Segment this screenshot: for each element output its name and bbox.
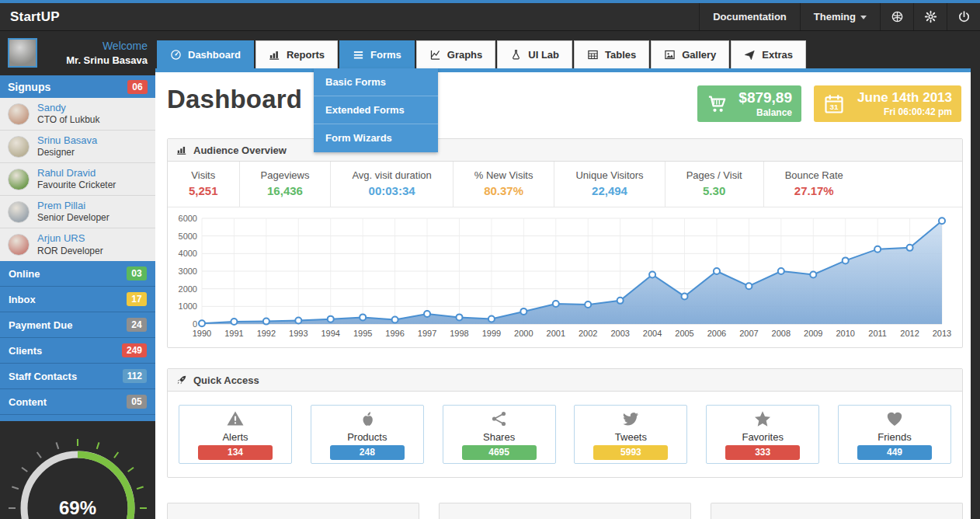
user-name: Sandy <box>37 102 99 114</box>
tab-tables[interactable]: Tables <box>574 40 649 68</box>
quick-access-tile-tweets[interactable]: Tweets 5993 <box>574 405 687 464</box>
share-icon <box>490 409 509 429</box>
svg-text:3000: 3000 <box>179 266 197 276</box>
tile-badge: 248 <box>330 445 405 460</box>
tile-badge: 134 <box>198 445 273 460</box>
tab-gallery[interactable]: Gallery <box>651 40 729 68</box>
quick-access-tile-alerts[interactable]: Alerts 134 <box>179 405 292 464</box>
menu-item-badge: 05 <box>127 395 147 409</box>
user-role: CTO of Lukbuk <box>37 114 99 126</box>
svg-text:2009: 2009 <box>804 329 822 338</box>
tab-reports[interactable]: Reports <box>255 40 338 68</box>
rocket-icon <box>176 374 187 385</box>
sidebar-item-staff-contacts[interactable]: Staff Contacts 112 <box>0 364 155 389</box>
svg-text:2000: 2000 <box>514 329 533 338</box>
avatar[interactable] <box>8 38 37 68</box>
list-item-user[interactable]: Sandy CTO of Lukbuk <box>0 98 155 131</box>
svg-text:0: 0 <box>193 319 197 329</box>
svg-text:1991: 1991 <box>224 329 243 338</box>
sidebar-item-online[interactable]: Online 03 <box>0 261 155 287</box>
power-icon <box>957 10 971 23</box>
audience-chart: 0100020003000400050006000199019911992199… <box>168 207 962 347</box>
audience-overview-panel: Audience Overview Visits 5,251 Pageviews… <box>167 138 963 348</box>
balance-widget[interactable]: $879,89 Balance <box>697 85 801 122</box>
svg-text:2004: 2004 <box>643 329 662 338</box>
tile-badge: 4695 <box>462 445 537 460</box>
date-line: June 14th 2013 <box>857 90 952 106</box>
gear-icon <box>924 10 937 23</box>
quick-access-tile-friends[interactable]: Friends 449 <box>838 405 951 464</box>
menu-item-form-wizards[interactable]: Form Wizards <box>314 124 438 152</box>
documentation-link[interactable]: Documentation <box>699 3 800 30</box>
tab-forms[interactable]: Forms <box>339 40 415 68</box>
bars-icon <box>269 49 280 61</box>
stat-cell: Bounce Rate 27.17% <box>764 162 864 207</box>
sidebar: Welcome Mr. Srinu Basava Signups 06 Sand… <box>0 31 155 519</box>
date-widget[interactable]: 31 June 14th 2013 Fri 06:00:42 pm <box>814 85 961 122</box>
list-item-user[interactable]: Rahul Dravid Favourite Cricketer <box>0 163 155 196</box>
user-role: Favourite Cricketer <box>37 179 116 191</box>
svg-text:69%: 69% <box>59 497 96 518</box>
list-item-user[interactable]: Prem Pillai Senior Developer <box>0 196 155 228</box>
menu-item-badge: 17 <box>127 292 147 306</box>
tile-label: Products <box>347 431 387 443</box>
svg-text:1998: 1998 <box>450 329 468 338</box>
sidebar-menu: Online 03 Inbox 17 Payment Due 24 Client… <box>0 261 155 415</box>
tab-extras[interactable]: Extras <box>731 40 806 68</box>
stat-label: Visits <box>189 169 218 181</box>
svg-text:1993: 1993 <box>289 329 308 338</box>
list-item-user[interactable]: Srinu Basava Designer <box>0 131 155 163</box>
globe-button[interactable] <box>880 3 913 30</box>
user-avatar <box>8 169 30 190</box>
sidebar-item-inbox[interactable]: Inbox 17 <box>0 287 155 312</box>
stat-label: Pageviews <box>261 169 310 181</box>
sidebar-item-content[interactable]: Content 05 <box>0 389 155 415</box>
stat-cell: Pageviews 16,436 <box>240 162 332 207</box>
menu-item-extended-forms[interactable]: Extended Forms <box>314 96 438 124</box>
svg-text:2008: 2008 <box>772 329 791 338</box>
svg-text:2001: 2001 <box>547 329 565 338</box>
table-icon <box>587 49 599 61</box>
tab-dashboard[interactable]: Dashboard <box>157 40 254 68</box>
menu-item-badge: 249 <box>122 343 147 357</box>
flask-icon <box>510 49 522 61</box>
tab-graphs[interactable]: Graphs <box>416 40 496 68</box>
star-icon <box>753 409 772 429</box>
svg-text:1999: 1999 <box>482 329 501 338</box>
stat-label: Avg. visit duration <box>352 169 431 181</box>
audience-panel-title: Audience Overview <box>193 145 287 156</box>
settings-button[interactable] <box>913 3 947 30</box>
quick-access-tile-shares[interactable]: Shares 4695 <box>443 405 556 464</box>
svg-text:2010: 2010 <box>836 329 854 338</box>
audience-stats-row: Visits 5,251 Pageviews 16,436 Avg. visit… <box>168 162 962 207</box>
svg-text:2012: 2012 <box>900 329 919 338</box>
svg-text:2006: 2006 <box>707 329 726 338</box>
tab-label: Dashboard <box>188 49 241 61</box>
sidebar-item-clients[interactable]: Clients 249 <box>0 338 155 364</box>
svg-text:2013: 2013 <box>933 329 951 338</box>
svg-text:1994: 1994 <box>321 329 339 338</box>
power-button[interactable] <box>947 3 980 30</box>
user-avatar <box>8 103 30 125</box>
svg-text:31: 31 <box>829 103 839 111</box>
tile-label: Friends <box>877 431 911 443</box>
menu-item-basic-forms[interactable]: Basic Forms <box>314 68 438 96</box>
stat-cell: Visits 5,251 <box>168 162 240 207</box>
tab-ui-lab[interactable]: UI Lab <box>497 40 572 68</box>
quick-access-tile-favorites[interactable]: Favorites 333 <box>706 405 819 464</box>
chart-line-icon <box>429 49 441 61</box>
stat-label: % New Visits <box>474 169 533 181</box>
list-item-user[interactable]: Arjun URS ROR Developer <box>0 228 155 261</box>
chevron-down-icon <box>860 16 867 19</box>
theming-dropdown[interactable]: Theming <box>800 3 880 30</box>
audience-panel-header: Audience Overview <box>168 139 962 162</box>
quick-access-tile-products[interactable]: Products 248 <box>311 405 424 464</box>
user-avatar <box>8 136 30 158</box>
sidebar-item-payment-due[interactable]: Payment Due 24 <box>0 312 155 338</box>
globe-icon <box>891 10 904 23</box>
tabs: Dashboard Reports Forms Graphs UI Lab Ta… <box>157 40 808 68</box>
menu-item-label: Content <box>9 396 47 408</box>
svg-text:2007: 2007 <box>739 329 758 338</box>
tile-badge: 333 <box>725 445 800 460</box>
sidebar-section-signups[interactable]: Signups 06 <box>0 75 155 98</box>
